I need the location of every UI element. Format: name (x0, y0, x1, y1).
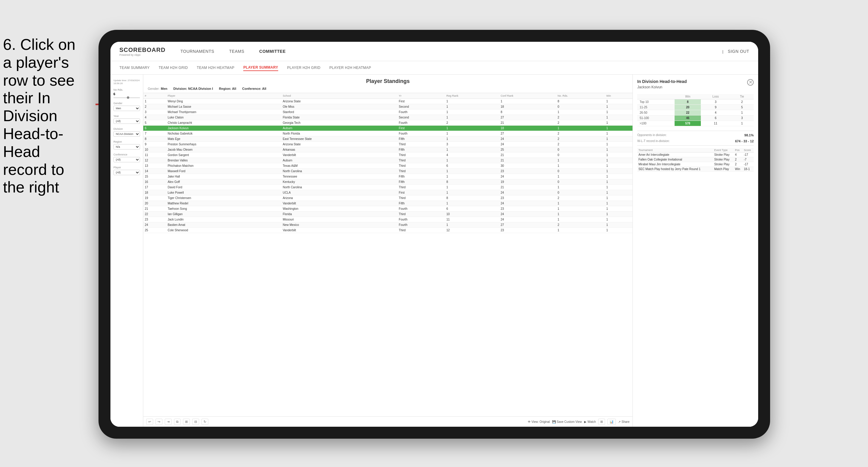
h2h-opponents-value: 98.1% (744, 133, 754, 137)
table-row[interactable]: 14 Maxwell Ford North Carolina Third 1 2… (143, 168, 632, 174)
filter-gender-select[interactable]: Men (114, 106, 140, 111)
table-row[interactable]: 8 Mats Ege East Tennessee State Fifth 1 … (143, 136, 632, 142)
tournament-type: Match Play (713, 167, 734, 172)
cell-win: 1 (605, 136, 632, 142)
cell-win: 1 (605, 142, 632, 147)
tablet-screen: SCOREBOARD Powered by clippi TOURNAMENTS… (111, 42, 758, 427)
nav-tournaments[interactable]: TOURNAMENTS (180, 48, 214, 55)
sub-nav-team-summary[interactable]: TEAM SUMMARY (119, 65, 150, 71)
view-original-btn[interactable]: 👁 View: Original (528, 420, 550, 424)
sub-nav-player-summary[interactable]: PLAYER SUMMARY (243, 64, 278, 71)
table-row[interactable]: 21 Taehoon Song Washington Fourth 6 23 1… (143, 206, 632, 212)
table-row[interactable]: 18 Luke Powell UCLA First 1 24 0 1 (143, 190, 632, 195)
cell-rds: 1 (556, 212, 605, 217)
filter-btn[interactable]: ⊟ (192, 419, 199, 425)
watch-btn[interactable]: ▶ Watch (584, 420, 596, 424)
sub-nav-team-h2h-heatmap[interactable]: TEAM H2H HEATMAP (197, 65, 234, 71)
h2h-loss: 6 (701, 116, 730, 121)
table-row[interactable]: 23 Jack Lundin Missouri Fourth 11 24 1 1 (143, 217, 632, 222)
cell-conf: 25 (499, 147, 556, 153)
h2h-wlt-label: W-L-T record in-division: (637, 139, 670, 143)
redo-btn[interactable]: ↪ (156, 419, 162, 425)
filter-no-rds: No Rds. 6 (114, 88, 140, 98)
h2h-opponents-row: Opponents in division: 98.1% (637, 133, 754, 137)
cell-conf: 27 (499, 131, 556, 136)
nav-committee[interactable]: COMMITTEE (259, 48, 286, 55)
undo-btn[interactable]: ↩ (146, 419, 153, 425)
cell-conf: 24 (499, 212, 556, 217)
cell-player: Mats Ege (166, 136, 281, 142)
cell-win: 1 (605, 190, 632, 195)
table-row[interactable]: 17 David Ford North Carolina Third 1 21 … (143, 185, 632, 190)
cell-school: Auburn (281, 126, 397, 131)
h2h-divider-1 (637, 131, 754, 131)
table-row[interactable]: 6 Jackson Koivun Auburn First 1 18 1 1 (143, 126, 632, 131)
sign-out-button[interactable]: Sign out (728, 48, 749, 55)
filter-conference-select[interactable]: (All) (114, 157, 140, 162)
table-row[interactable]: 5 Christo Lampracht Georgia Tech Fourth … (143, 120, 632, 126)
forward-btn[interactable]: ⇥ (165, 419, 172, 425)
cell-school: UCLA (281, 190, 397, 195)
cell-school: East Tennessee State (281, 136, 397, 142)
cell-yr: Fourth (397, 217, 445, 222)
cell-player: David Ford (166, 185, 281, 190)
table-row[interactable]: 2 Michael La Sasse Ole Miss Second 1 18 … (143, 104, 632, 110)
cell-reg: 6 (445, 163, 499, 168)
sub-nav-player-h2h-heatmap[interactable]: PLAYER H2H HEATMAP (330, 65, 371, 71)
table-row[interactable]: 16 Alex Goff Kentucky Fifth 8 19 0 1 (143, 179, 632, 185)
table-row[interactable]: 25 Cole Sherwood Vanderbilt Third 12 23 … (143, 228, 632, 233)
table-row[interactable]: 11 Gordon Sargent Vanderbilt Third 4 21 … (143, 153, 632, 158)
cell-school: Georgia Tech (281, 120, 397, 126)
filter-year-select[interactable]: (All) (114, 119, 140, 124)
cell-win: 1 (605, 206, 632, 212)
filter-division-select[interactable]: NCAA Division I (114, 131, 140, 137)
cell-yr: Fifth (397, 201, 445, 206)
table-row[interactable]: 7 Nicholas Gabrelcik North Florida Fourt… (143, 131, 632, 136)
refresh-btn[interactable]: ↻ (202, 419, 208, 425)
cell-reg: 1 (445, 185, 499, 190)
copy-btn[interactable]: ⧉ (174, 419, 181, 425)
table-row[interactable]: 9 Preston Summerhays Arizona State Third… (143, 142, 632, 147)
chart-btn[interactable]: 📊 (608, 419, 616, 425)
sub-nav-player-h2h-grid[interactable]: PLAYER H2H GRID (287, 65, 320, 71)
cell-num: 13 (143, 163, 166, 168)
table-row[interactable]: 24 Bastien Amat New Mexico Fourth 1 27 2… (143, 222, 632, 228)
h2h-loss: 11 (701, 121, 730, 126)
h2h-wlt-row: W-L-T record in-division: 674 - 33 - 12 (637, 139, 754, 143)
sub-nav-team-h2h-grid[interactable]: TEAM H2H GRID (158, 65, 188, 71)
cell-win: 1 (605, 212, 632, 217)
table-row[interactable]: 19 Tiger Christensen Arizona Third 8 23 … (143, 195, 632, 201)
save-custom-btn[interactable]: 💾 Save Custom View (552, 420, 582, 424)
filter-division: Division NCAA Division I (114, 127, 140, 137)
h2h-close-btn[interactable]: ✕ (747, 79, 754, 86)
filter-region-select[interactable]: N/a (114, 144, 140, 150)
h2h-panel: In Division Head-to-Head Jackson Koivun … (633, 74, 758, 427)
nav-teams[interactable]: TEAMS (229, 48, 244, 55)
table-row[interactable]: 10 Jacob Mau Olesen Arkansas Fifth 1 25 … (143, 147, 632, 153)
share-btn[interactable]: ↗ Share (618, 420, 629, 424)
cell-player: Michael Thorbjornsen (166, 110, 281, 115)
h2h-win: 22 (675, 110, 701, 116)
cell-school: Stanford (281, 110, 397, 115)
paste-btn[interactable]: ⊞ (183, 419, 190, 425)
grid-btn[interactable]: ⊞ (598, 419, 605, 425)
cell-player: Michael La Sasse (166, 104, 281, 110)
table-row[interactable]: 22 Ian Gilligan Florida Third 10 24 1 1 (143, 212, 632, 217)
table-row[interactable]: 20 Matthew Riedel Vanderbilt Fifth 1 24 … (143, 201, 632, 206)
filter-player-label: Player (114, 166, 140, 169)
cell-rds: 2 (556, 120, 605, 126)
cell-rds: 2 (556, 131, 605, 136)
filter-player-select[interactable]: (All) (114, 170, 140, 175)
tournament-type: Stroke Play (713, 153, 734, 157)
table-row[interactable]: 12 Brendan Valles Auburn Third 1 21 1 1 (143, 158, 632, 163)
table-row[interactable]: 15 Jake Hall Tennessee Fifth 1 24 1 1 (143, 174, 632, 179)
h2h-divider-2 (637, 145, 754, 146)
table-row[interactable]: 1 Wenyi Ding Arizona State First 1 1 8 1 (143, 99, 632, 104)
table-row[interactable]: 4 Luke Claton Florida State Second 1 27 … (143, 115, 632, 120)
cell-rds: 1 (556, 185, 605, 190)
table-row[interactable]: 3 Michael Thorbjornsen Stanford Fourth 1… (143, 110, 632, 115)
cell-conf: 21 (499, 153, 556, 158)
logo-subtitle: Powered by clippi (119, 54, 165, 56)
table-row[interactable]: 13 Phichaksn Maichon Texas A&M Third 6 3… (143, 163, 632, 168)
filter-slider[interactable] (114, 97, 140, 98)
